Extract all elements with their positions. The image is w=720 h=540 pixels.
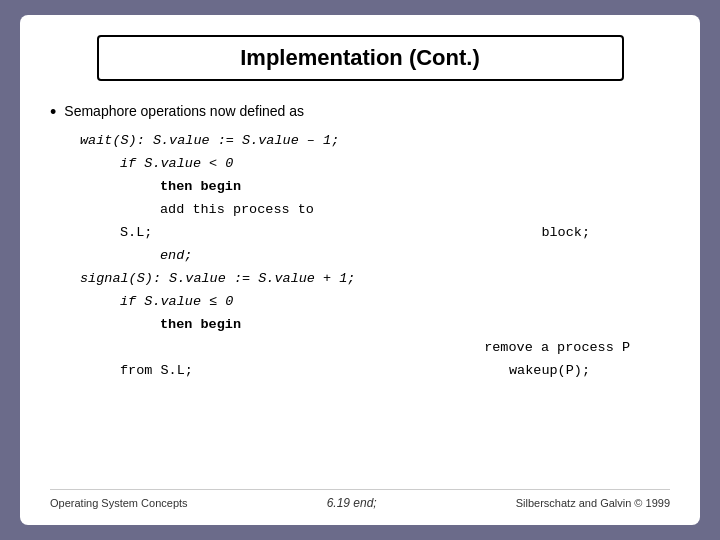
wait-line: wait(S): S.value := S.value – 1; [80, 130, 670, 153]
footer-center: 6.19 end; [327, 496, 377, 510]
if2-line: if S.value ≤ 0 [120, 291, 670, 314]
from-sl-line: from S.L; wakeup(P); [120, 360, 670, 383]
bullet-label: Semaphore operations now defined as [64, 101, 304, 123]
slide-title: Implementation (Cont.) [240, 45, 480, 70]
slide-content: • Semaphore operations now defined as wa… [50, 101, 670, 489]
if2-text: if S.value ≤ 0 [120, 294, 233, 309]
footer-right: Silberschatz and Galvin © 1999 [516, 497, 670, 509]
title-box: Implementation (Cont.) [97, 35, 624, 81]
add-process-right: add this process to [160, 199, 670, 222]
bullet-dot: • [50, 101, 56, 124]
from-sl-text: from S.L; [120, 360, 193, 383]
wakeup-text: wakeup(P); [193, 360, 670, 383]
then-begin1-line: then begin [160, 176, 670, 199]
code-block: wait(S): S.value := S.value – 1; if S.va… [80, 130, 670, 382]
end1-line: end; [160, 245, 670, 268]
then-begin2-text: then begin [160, 317, 241, 332]
if1-text: if S.value < 0 [120, 156, 233, 171]
end1-text: end; [160, 248, 192, 263]
remove-process-line: remove a process P [160, 337, 670, 360]
add-process-text: add this process to [160, 202, 314, 217]
footer: Operating System Concepts 6.19 end; Silb… [50, 489, 670, 510]
if1-line: if S.value < 0 [120, 153, 670, 176]
block-text: block; [152, 222, 670, 245]
footer-left: Operating System Concepts [50, 497, 188, 509]
wait-sig: wait(S): S.value := S.value – 1; [80, 133, 339, 148]
signal-line: signal(S): S.value := S.value + 1; [80, 268, 670, 291]
remove-process-text: remove a process P [160, 337, 670, 360]
slide: Implementation (Cont.) • Semaphore opera… [20, 15, 700, 525]
then-begin2-line: then begin [160, 314, 670, 337]
bullet-item: • Semaphore operations now defined as [50, 101, 670, 124]
then-begin1-text: then begin [160, 179, 241, 194]
sl-text: S.L; [120, 222, 152, 245]
sl-line: S.L; block; [120, 222, 670, 245]
signal-sig: signal(S): S.value := S.value + 1; [80, 271, 355, 286]
add-process-line: add this process to [160, 199, 670, 222]
